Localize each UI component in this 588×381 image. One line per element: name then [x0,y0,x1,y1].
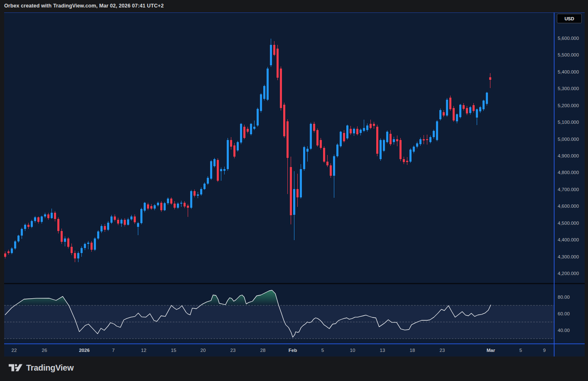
candle-body [110,216,113,223]
time-tick-label: 23 [440,344,445,356]
candle-body [453,108,455,120]
candle-body [71,247,73,253]
candle-body [390,134,392,144]
candle-body [423,139,425,140]
candle-body [120,220,122,224]
candle-body [476,109,478,118]
candle-body [37,217,39,222]
price-tick-label: 5,500.000 [558,52,579,58]
candle-body [134,216,136,222]
time-tick-label: 13 [380,344,385,356]
time-tick-label: 5 [321,344,324,356]
time-tick-label: 12 [141,344,147,356]
candle-body [61,231,63,242]
rsi-tick-label: 60.00 [558,310,570,317]
candle-body [44,214,46,216]
candle-body [217,160,219,181]
candle-body [469,107,471,113]
candle-body [316,130,318,145]
currency-badge[interactable]: USD [557,14,582,23]
candles [4,39,491,263]
candle-body [213,159,216,166]
price-tick-label: 4,400.000 [558,236,579,243]
candle-body [190,191,192,208]
candle-body [104,226,106,230]
time-tick-label: 7 [112,344,115,356]
candle-body [293,189,295,215]
rsi-tick-label: 80.00 [558,294,570,300]
candle-body [383,140,385,151]
candle-body [456,114,458,121]
price-tick-label: 4,300.000 [558,253,579,260]
time-tick-label: Feb [289,344,297,356]
candle-body [107,223,109,230]
footer-bar: TradingView [0,356,588,381]
candle-body [473,105,475,111]
candlestick-and-rsi-chart[interactable] [4,12,585,356]
candle-body [157,203,159,205]
time-tick-label: 5 [519,344,522,356]
candle-body [350,129,352,134]
candle-body [187,206,189,208]
price-tick-label: 4,900.000 [558,152,579,159]
time-tick-label: 23 [230,344,236,356]
candle-body [127,219,129,225]
chart-canvas[interactable]: 5,600.0005,500.0005,400.0005,300.0005,20… [4,12,585,356]
candle-body [247,129,249,132]
time-tick-label: 18 [410,344,415,356]
candle-body [7,251,10,253]
candle-body [174,204,176,208]
candle-body [203,184,206,189]
candle-body [210,161,212,179]
time-tick-label: 22 [12,344,17,356]
candle-body [233,145,235,157]
candle-body [137,223,139,227]
candle-body [27,225,29,227]
candle-body [363,128,365,131]
price-tick-label: 5,000.000 [558,136,579,143]
price-tick-label: 5,100.000 [558,119,579,125]
candle-body [207,178,209,184]
candle-body [180,203,182,204]
candle-body [170,199,172,204]
price-tick-label: 4,700.000 [558,186,579,193]
candle-body [117,220,119,224]
candle-body [399,140,402,159]
candle-body [250,124,252,134]
candle-body [184,203,186,206]
candle-body [360,130,362,133]
candle-body [370,124,372,128]
candle-body [466,108,468,113]
candle-body [144,203,146,211]
candle-body [124,220,126,224]
candle-body [396,139,398,141]
candle-body [243,127,245,138]
candle-body [91,243,93,250]
time-tick-label: Mar [487,344,495,356]
candle-body [287,121,289,158]
candle-body [403,159,405,162]
candle-body [303,147,305,169]
candle-body [459,105,461,117]
candle-body [313,124,315,131]
candle-body [100,226,103,231]
candle-body [386,132,388,142]
tradingview-logo[interactable]: TradingView [8,363,74,373]
candle-body [67,238,69,247]
candle-body [24,225,26,229]
candle-body [220,169,222,171]
candle-body [443,112,445,116]
candle-body [330,165,332,176]
candle-body [97,231,99,238]
candle-body [479,107,481,111]
candle-body [333,156,335,176]
candle-body [47,214,49,218]
candle-body [483,101,485,109]
candle-body [463,105,465,109]
candle-body [340,132,342,146]
candle-body [306,149,309,152]
candle-body [280,69,282,108]
candle-body [154,205,156,209]
candle-body [263,86,265,99]
time-axis[interactable]: 2226202671215202328Feb510131823Mar59 [4,344,585,356]
